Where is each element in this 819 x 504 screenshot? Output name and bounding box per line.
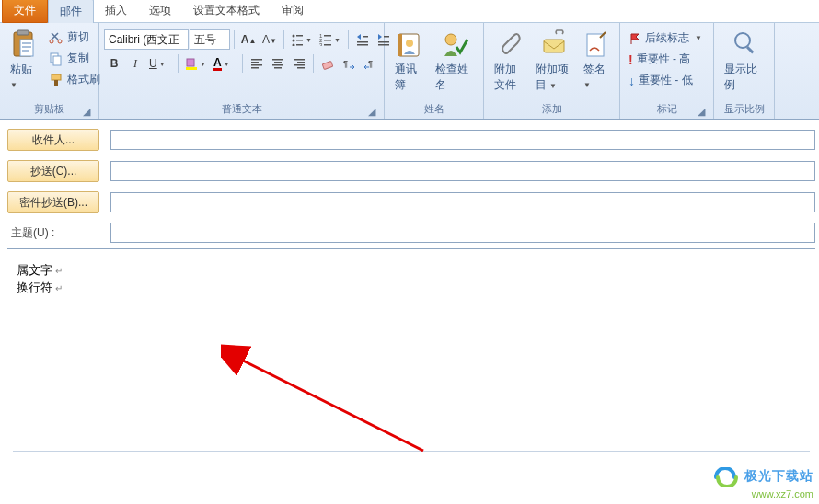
importance-high-label: 重要性 - 高 <box>637 52 691 67</box>
to-input[interactable] <box>110 130 815 150</box>
chevron-down-icon: ▼ <box>583 81 591 89</box>
svg-rect-9 <box>53 56 61 65</box>
scissors-icon <box>49 30 63 45</box>
bullets-icon <box>291 33 304 46</box>
italic-button[interactable]: I <box>125 53 145 74</box>
bold-button[interactable]: B <box>104 53 124 74</box>
svg-rect-1 <box>17 30 29 35</box>
svg-rect-21 <box>324 40 331 41</box>
underline-button[interactable]: U▼ <box>146 53 174 74</box>
tab-mail[interactable]: 邮件 <box>48 0 94 23</box>
paste-icon <box>10 29 38 60</box>
outdent-icon <box>356 33 369 46</box>
align-right-button[interactable] <box>289 53 309 74</box>
svg-point-12 <box>293 35 295 38</box>
group-add-label: 添加 <box>542 102 562 116</box>
zoom-button[interactable]: 显示比例 <box>719 26 769 93</box>
numbering-icon: 123 <box>319 33 332 46</box>
shrink-font-button[interactable]: A▼ <box>260 29 280 50</box>
subject-label: 主题(U) : <box>7 225 99 241</box>
bullets-button[interactable]: ▼ <box>288 29 316 50</box>
compose-header: 收件人... 抄送(C)... 密件抄送(B)... 主题(U) : 属文字↵ … <box>0 120 819 453</box>
exclamation-icon: ! <box>629 52 633 67</box>
align-left-button[interactable] <box>247 53 267 74</box>
svg-rect-15 <box>296 40 303 41</box>
rtl-icon: ¶ <box>363 57 376 70</box>
svg-point-14 <box>293 40 295 42</box>
svg-rect-5 <box>22 50 29 52</box>
watermark: 极光下载站 www.xz7.com <box>714 467 813 500</box>
decrease-indent-button[interactable] <box>352 29 373 50</box>
subject-input[interactable] <box>110 223 815 243</box>
rtl-button[interactable]: ¶ <box>360 53 380 74</box>
tab-review[interactable]: 审阅 <box>271 0 315 22</box>
svg-rect-10 <box>52 74 61 80</box>
to-button[interactable]: 收件人... <box>7 129 99 151</box>
body-line-1: 属文字 <box>17 263 52 277</box>
font-color-button[interactable]: A▼ <box>211 53 238 74</box>
bcc-button[interactable]: 密件抄送(B)... <box>7 191 99 213</box>
dialog-launcher-font[interactable]: ◢ <box>366 106 377 117</box>
body-line-2: 换行符 <box>17 281 52 294</box>
chevron-down-icon: ▼ <box>549 82 557 90</box>
format-painter-label: 格式刷 <box>67 72 100 87</box>
tab-format[interactable]: 设置文本格式 <box>182 0 271 22</box>
eraser-icon <box>321 57 334 70</box>
watermark-url: www.xz7.com <box>714 487 813 500</box>
svg-rect-13 <box>296 35 303 37</box>
svg-rect-25 <box>357 44 368 46</box>
format-painter-button[interactable]: 格式刷 <box>45 70 104 89</box>
copy-label: 复制 <box>67 51 89 66</box>
dialog-launcher-tags[interactable]: ◢ <box>696 106 707 117</box>
importance-high-button[interactable]: ! 重要性 - 高 <box>625 50 706 69</box>
svg-rect-42 <box>294 64 305 66</box>
svg-rect-36 <box>272 59 283 61</box>
svg-rect-30 <box>187 59 194 66</box>
watermark-title: 极光下载站 <box>744 468 813 483</box>
highlight-button[interactable]: ▼ <box>182 53 210 74</box>
followup-button[interactable]: 后续标志▼ <box>625 29 706 48</box>
numbering-button[interactable]: 123▼ <box>317 29 344 50</box>
cc-input[interactable] <box>110 161 815 181</box>
svg-rect-31 <box>186 67 197 70</box>
dialog-launcher-clipboard[interactable]: ◢ <box>81 106 92 117</box>
tab-options[interactable]: 选项 <box>138 0 182 22</box>
group-names: 通讯簿 检查姓名 姓名 <box>385 23 484 119</box>
bcc-input[interactable] <box>110 192 815 212</box>
attach-item-button[interactable]: 附加项目 ▼ <box>530 26 578 93</box>
chevron-down-icon: ▼ <box>10 81 17 89</box>
paste-button[interactable]: 粘贴 ▼ <box>5 26 43 90</box>
signature-label: 签名 <box>583 63 606 75</box>
arrow-down-icon: ↓ <box>629 74 635 88</box>
cut-label: 剪切 <box>67 29 89 45</box>
tab-file[interactable]: 文件 <box>2 0 48 23</box>
clear-format-button[interactable] <box>317 53 338 74</box>
group-tags: 后续标志▼ ! 重要性 - 高 ↓ 重要性 - 低 标记 ◢ <box>620 23 714 119</box>
tab-insert[interactable]: 插入 <box>94 0 138 22</box>
paste-label: 粘贴 <box>10 63 32 75</box>
grow-font-button[interactable]: A▲ <box>238 29 259 50</box>
svg-point-16 <box>293 44 295 47</box>
svg-rect-32 <box>251 59 262 61</box>
cc-button[interactable]: 抄送(C)... <box>7 160 99 182</box>
attach-file-label: 附加文件 <box>494 62 525 93</box>
importance-low-button[interactable]: ↓ 重要性 - 低 <box>625 71 706 90</box>
align-center-button[interactable] <box>268 53 288 74</box>
group-tags-label: 标记 <box>657 102 677 116</box>
font-size-select[interactable] <box>190 29 230 50</box>
svg-rect-23 <box>324 44 331 46</box>
svg-point-6 <box>50 40 53 43</box>
check-names-button[interactable]: 检查姓名 <box>430 26 479 93</box>
copy-button[interactable]: 复制 <box>45 49 104 68</box>
brush-icon <box>49 73 63 87</box>
addressbook-button[interactable]: 通讯簿 <box>389 26 430 93</box>
font-name-select[interactable] <box>104 29 189 50</box>
signature-button[interactable]: 签名 ▼ <box>578 26 615 90</box>
copy-icon <box>49 52 63 66</box>
cut-button[interactable]: 剪切 <box>45 28 104 47</box>
ltr-button[interactable]: ¶ <box>339 53 359 74</box>
message-body[interactable]: 属文字↵ 换行符↵ <box>7 248 815 451</box>
svg-rect-40 <box>294 59 305 61</box>
svg-rect-26 <box>363 36 368 38</box>
attach-file-button[interactable]: 附加文件 <box>489 26 530 93</box>
